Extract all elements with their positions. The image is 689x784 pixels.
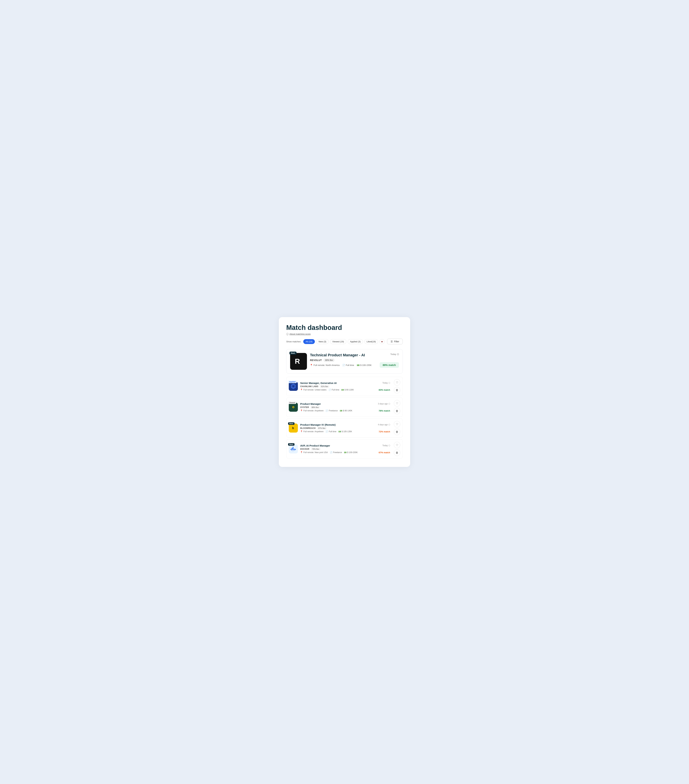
docker-date: Today ⬡: [382, 444, 390, 447]
tab-applied[interactable]: Applied (3): [348, 339, 363, 344]
oyster-actions: ♡ 🗑: [394, 400, 400, 414]
bloomreach-location: 📍 Full remote: Anywhere: [300, 430, 323, 433]
oyster-details: 📍 Full remote: Anywhere 📄 Freelance 💵 $ …: [300, 410, 390, 412]
page-title: Match dashboard: [286, 324, 403, 331]
bloomreach-match-score: 72% match: [379, 430, 390, 433]
chainlink-actions: ♡ 🗑: [394, 379, 400, 394]
oyster-like-button[interactable]: ♡: [394, 400, 400, 407]
bloomreach-delete-button[interactable]: 🗑: [394, 429, 400, 435]
docker-delete-button[interactable]: 🗑: [394, 450, 400, 456]
about-matching-score-link[interactable]: i About matching score: [286, 333, 311, 335]
docker-job-title: AVP, AI Product Manager: [300, 444, 330, 447]
job-item-chainlink: Applied Senior Manager, Generative AI To…: [286, 377, 403, 396]
oyster-type: 📄 Freelance: [325, 410, 338, 412]
chainlink-like-button[interactable]: ♡: [394, 379, 400, 385]
about-link-text: About matching score: [289, 333, 311, 335]
docker-job-main: AVP, AI Product Manager Today ⬡ DOCKER 7…: [300, 444, 390, 454]
svg-text:b: b: [292, 427, 294, 430]
bloomreach-doc-icon: 📄: [325, 430, 328, 433]
main-card: Match dashboard i About matching score S…: [279, 317, 410, 467]
bloomreach-details: 📍 Full remote: Anywhere 📄 Full time 💵 $ …: [300, 430, 390, 433]
featured-job-info: Technical Product Manager - AI REVOLUT 8…: [310, 353, 399, 368]
tab-viewed[interactable]: Viewed (19): [330, 339, 346, 344]
docker-company: DOCKER: [300, 448, 309, 450]
chainlink-delete-button[interactable]: 🗑: [394, 387, 400, 394]
chainlink-location-icon: 📍: [300, 389, 303, 391]
docker-actions: ♡ 🗑: [394, 442, 400, 456]
oyster-title-row: Product Manager 3 days ago ⬡: [300, 402, 390, 405]
chainlink-logo-wrap: Applied: [289, 382, 298, 391]
bloomreach-open-icon[interactable]: ⬡: [389, 423, 390, 426]
tab-new[interactable]: New (3): [316, 339, 329, 344]
featured-flex-badge: 80% flex: [323, 359, 335, 362]
oyster-flex: 88% flex: [310, 406, 320, 408]
svg-rect-12: [293, 449, 293, 450]
filter-button-label: Filter: [394, 340, 399, 343]
featured-salary: 💵 $ 100-155K: [357, 364, 372, 366]
chainlink-job-main: Senior Manager, Generative AI Today ⬡ CH…: [300, 382, 390, 391]
bloomreach-location-icon: 📍: [300, 430, 303, 433]
featured-job-type: 📄 Full time: [342, 364, 354, 366]
docker-location-icon: 📍: [300, 451, 303, 454]
docker-details: 📍 Full remote: New york USA 📄 Freelance …: [300, 451, 390, 454]
tab-liked[interactable]: Liked(19): [364, 339, 378, 344]
featured-details-row: 📍 Full remote: North America 📄 Full time…: [310, 364, 372, 366]
docker-like-button[interactable]: ♡: [394, 442, 400, 448]
featured-match-score: 89% match: [380, 362, 399, 368]
docker-company-row: DOCKER 79% flex: [300, 448, 390, 450]
oyster-job-main: Product Manager 3 days ago ⬡ OYSTER 88% …: [300, 402, 390, 412]
featured-job-card: R New! Technical Product Manager - AI RE…: [286, 349, 403, 374]
oyster-delete-button[interactable]: 🗑: [394, 408, 400, 414]
docker-location: 📍 Full remote: New york USA: [300, 451, 328, 454]
filter-button[interactable]: ☰ Filter: [387, 339, 403, 344]
oyster-location-icon: 📍: [300, 410, 303, 412]
open-external-icon[interactable]: ⬡: [397, 353, 399, 356]
bloomreach-flex: 87% flex: [317, 427, 326, 430]
tab-icon-filter[interactable]: ■: [379, 339, 384, 344]
featured-right: Today ⬡ 89% match: [380, 353, 399, 368]
docker-title-row: AVP, AI Product Manager Today ⬡: [300, 444, 390, 447]
bloomreach-company-row: BLOOMREACH 87% flex: [300, 427, 390, 430]
featured-company-name: REVOLUT: [310, 359, 322, 362]
filters-row: Show matches: All (19) New (3) Viewed (1…: [286, 339, 403, 344]
chainlink-job-title: Senior Manager, Generative AI: [300, 382, 336, 384]
oyster-doc-icon: 📄: [325, 410, 328, 412]
svg-rect-10: [292, 449, 292, 450]
chainlink-details: 📍 Full remote: United states 📄 Full time…: [300, 389, 390, 391]
bloomreach-actions: ♡ 🗑: [394, 421, 400, 435]
chainlink-company: CHAINLINK LABS: [300, 385, 318, 388]
location-icon: 📍: [310, 364, 313, 366]
featured-job-title: Technical Product Manager - AI: [310, 353, 372, 357]
chainlink-doc-icon: 📄: [328, 389, 331, 391]
filter-icon: ☰: [391, 340, 393, 343]
featured-date: Today ⬡: [390, 353, 399, 356]
bloomreach-company: BLOOMREACH: [300, 427, 316, 429]
oyster-salary: 💵 $ 80-140K: [340, 410, 352, 412]
tab-all[interactable]: All (19): [303, 339, 315, 344]
bloomreach-like-button[interactable]: ♡: [394, 421, 400, 427]
oyster-status-badge: Viewed: [288, 402, 296, 404]
featured-header: Technical Product Manager - AI REVOLUT 8…: [310, 353, 399, 368]
chainlink-flex: 91% flex: [320, 385, 330, 388]
oyster-job-title: Product Manager: [300, 402, 321, 405]
chainlink-open-icon[interactable]: ⬡: [389, 382, 390, 384]
svg-text:R: R: [295, 357, 300, 365]
job-item-docker: New! AVP, AI Product Manager Today ⬡ DOC…: [286, 439, 403, 458]
bloomreach-salary: 💵 $ 105-135K: [338, 430, 352, 433]
bloomreach-type: 📄 Full time: [325, 430, 336, 433]
job-item-bloomreach: b New! Product Manager IV (Remote) 4 day…: [286, 418, 403, 438]
svg-rect-11: [292, 448, 292, 449]
svg-marker-3: [292, 385, 295, 388]
svg-rect-13: [293, 448, 293, 449]
oyster-open-icon[interactable]: ⬡: [389, 403, 390, 405]
revolut-logo: R: [290, 353, 307, 370]
chainlink-status-badge: Applied: [288, 380, 297, 383]
oyster-location: 📍 Full remote: Anywhere: [300, 410, 323, 412]
job-item-oyster: Viewed Product Manager 3 days ago ⬡ OYST…: [286, 397, 403, 417]
oyster-company: OYSTER: [300, 406, 309, 408]
oyster-logo-wrap: Viewed: [289, 403, 298, 412]
chainlink-money-icon: 💵: [341, 389, 344, 391]
chainlink-title-row: Senior Manager, Generative AI Today ⬡: [300, 382, 390, 384]
docker-open-icon[interactable]: ⬡: [389, 444, 390, 447]
featured-logo-wrap: R New!: [290, 353, 307, 370]
